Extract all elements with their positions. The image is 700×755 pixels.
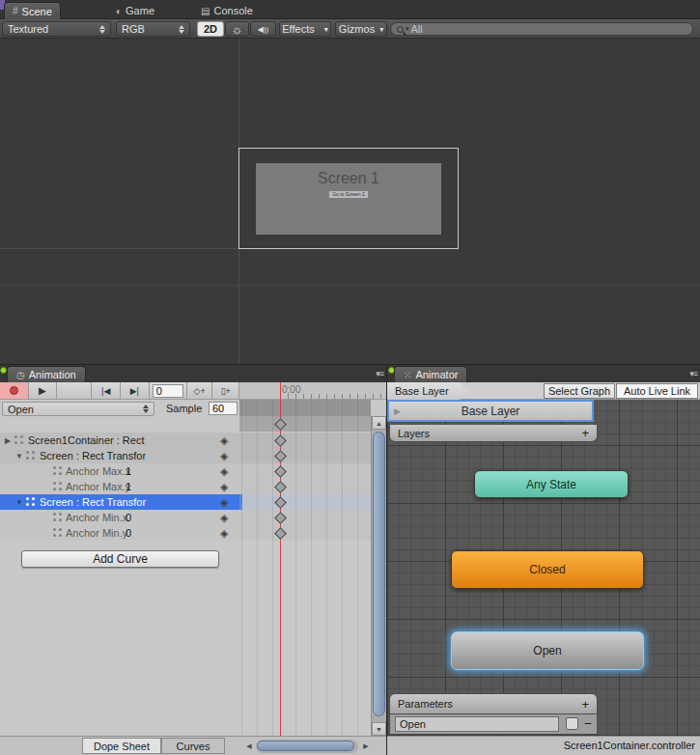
dopesheet-hscrollbar[interactable] (256, 740, 358, 753)
breadcrumb-base-layer[interactable]: Base Layer (387, 382, 468, 400)
anim-row-anchor-max-y[interactable]: Anchor Max.y 1 ◈ (0, 479, 239, 494)
add-event-button[interactable]: ▯+ (212, 382, 239, 399)
dopesheet-summary-row[interactable] (239, 416, 371, 432)
scene-tabbar: # Scene ◐ Game ▤ Console (0, 0, 700, 19)
tab-animation[interactable]: ◷ Animation (7, 366, 86, 382)
key-indicator-icon[interactable]: ◈ (220, 465, 228, 478)
add-keyframe-button[interactable]: ◇+ (186, 382, 213, 399)
state-node-any-state[interactable]: Any State (474, 470, 629, 498)
base-layer-bar[interactable]: ▶ Base Layer (387, 400, 594, 422)
hscrollbar-thumb[interactable] (257, 741, 354, 751)
dopesheet-vscrollbar[interactable]: ▲ ▼ (371, 416, 386, 736)
auto-live-link-button[interactable]: Auto Live Link (616, 383, 698, 399)
add-layer-button[interactable]: + (581, 426, 589, 440)
anim-row-anchor-max-x[interactable]: Anchor Max.x 1 ◈ (0, 463, 239, 479)
dopesheet-row[interactable] (239, 510, 371, 525)
remove-parameter-button[interactable]: − (584, 715, 592, 731)
chevron-down-icon: ▾ (379, 25, 383, 34)
hscroll-left-button[interactable]: ◀ (242, 739, 256, 753)
anim-row-label: Anchor Max.x (66, 465, 130, 477)
curves-tab[interactable]: Curves (161, 738, 225, 754)
scene-audio-button[interactable]: ◀)) (250, 21, 276, 37)
panel-menu-icon[interactable]: ▾≡ (689, 369, 697, 378)
key-indicator-icon[interactable]: ◈ (220, 496, 228, 509)
2d-toggle-button[interactable]: 2D (197, 21, 224, 37)
add-curve-button[interactable]: Add Curve (21, 550, 219, 568)
scene-toolbar: Textured RGB 2D ☼ ◀)) Effects ▾ Gizmos ▾… (0, 19, 700, 39)
panel-menu-icon[interactable]: ▾≡ (376, 369, 383, 378)
state-node-open[interactable]: Open (451, 631, 644, 670)
state-node-closed[interactable]: Closed (451, 550, 644, 589)
step-forward-icon: ▶| (130, 386, 139, 396)
scene-view[interactable]: Screen 1 Go to Screen 2 (0, 39, 700, 364)
scroll-down-button[interactable]: ▼ (372, 722, 386, 736)
fold-open-icon[interactable]: ▼ (15, 498, 23, 507)
screen1-go-button[interactable]: Go to Screen 2 (328, 190, 369, 199)
fold-open-icon[interactable]: ▼ (15, 452, 23, 461)
anim-row-value[interactable]: 0 (126, 512, 131, 523)
anim-row-value[interactable]: 0 (126, 527, 131, 539)
tab-console[interactable]: ▤ Console (193, 2, 261, 19)
vscrollbar-thumb[interactable] (373, 432, 385, 716)
parameter-name-field[interactable]: Open (395, 716, 559, 732)
anim-row-screen-rt-selected[interactable]: ▼ Screen : Rect Transfor ◈ (0, 494, 239, 510)
key-indicator-icon[interactable]: ◈ (220, 527, 228, 540)
dopesheet-header-band (239, 400, 371, 416)
breadcrumb-label: Base Layer (395, 385, 449, 397)
dopesheet-row[interactable] (239, 479, 371, 494)
timeline-ruler[interactable]: 0:00 (239, 382, 387, 400)
render-mode-dropdown[interactable]: RGB (116, 21, 190, 37)
frame-field[interactable]: 0 (153, 384, 183, 398)
anim-row-screen1container[interactable]: ▶ Screen1Container : Rect ◈ (0, 433, 239, 448)
scene-lighting-button[interactable]: ☼ (225, 21, 249, 37)
state-node-label: Any State (526, 478, 576, 491)
gizmos-dropdown[interactable]: Gizmos ▾ (335, 21, 387, 37)
anim-row-value[interactable]: 1 (126, 465, 131, 477)
scroll-up-button[interactable]: ▲ (372, 416, 386, 430)
tab-console-label: Console (213, 5, 252, 16)
key-indicator-icon[interactable]: ◈ (220, 434, 228, 447)
anim-row-screen-rt[interactable]: ▼ Screen : Rect Transfor ◈ (0, 448, 239, 463)
anim-row-anchor-min-x[interactable]: Anchor Min.x 0 ◈ (0, 510, 239, 525)
key-indicator-icon[interactable]: ◈ (220, 512, 228, 524)
animation-toolbar: ▶ |◀ ▶| 0 ◇+ ▯+ (0, 382, 239, 400)
hscroll-right-button[interactable]: ▶ (359, 739, 373, 753)
dopesheet-empty-area[interactable] (239, 541, 371, 736)
panel-divider[interactable] (0, 364, 700, 365)
scene-search-input[interactable]: ▾ All (390, 22, 693, 36)
dope-sheet-tab[interactable]: Dope Sheet (82, 738, 161, 754)
render-mode-label: RGB (122, 23, 145, 35)
dopesheet-row[interactable] (239, 433, 371, 448)
effects-dropdown[interactable]: Effects ▾ (279, 21, 331, 37)
parameters-panel-header[interactable]: Parameters + (389, 693, 598, 714)
screen1-panel[interactable]: Screen 1 Go to Screen 2 (256, 163, 441, 235)
next-key-button[interactable]: ▶| (121, 382, 150, 399)
layers-panel-header[interactable]: Layers + (389, 425, 598, 442)
dopesheet-row[interactable] (239, 525, 371, 541)
dopesheet-row[interactable] (239, 463, 371, 479)
draw-mode-dropdown[interactable]: Textured (2, 21, 111, 37)
tab-game[interactable]: ◐ Game (108, 2, 162, 19)
sample-field[interactable]: 60 (209, 402, 238, 415)
animator-graph[interactable]: ▶ Base Layer Layers + Any State Closed O… (387, 400, 700, 736)
fold-closed-icon[interactable]: ▶ (5, 436, 11, 445)
parameter-bool-checkbox[interactable] (566, 717, 578, 730)
add-parameter-button[interactable]: + (581, 697, 589, 712)
tab-animator-label: Animator (415, 369, 458, 380)
dopesheet-row-selected[interactable] (239, 494, 371, 510)
play-button[interactable]: ▶ (29, 382, 58, 399)
popup-arrows-icon (179, 25, 184, 34)
anim-row-value[interactable]: 1 (126, 481, 131, 492)
select-graph-button[interactable]: Select Graph (544, 383, 615, 399)
record-button[interactable] (0, 382, 29, 399)
tab-animator[interactable]: ⁙ Animator (394, 366, 467, 382)
anim-row-anchor-min-y[interactable]: Anchor Min.y 0 ◈ (0, 525, 239, 541)
clip-dropdown[interactable]: Open (2, 402, 154, 416)
prev-key-button[interactable]: |◀ (92, 382, 121, 399)
key-indicator-icon[interactable]: ◈ (220, 450, 228, 462)
dopesheet-row[interactable] (239, 448, 371, 463)
tab-scene[interactable]: # Scene (4, 2, 61, 19)
key-indicator-icon[interactable]: ◈ (220, 481, 228, 493)
panel-divider[interactable] (386, 365, 387, 755)
effects-label: Effects (282, 23, 314, 35)
